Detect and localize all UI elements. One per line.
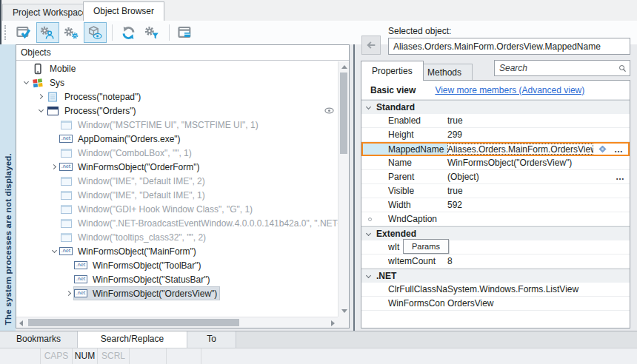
property-row-width[interactable]: Width 592 [361, 198, 630, 212]
chevron-placeholder [49, 218, 59, 229]
advanced-view-link[interactable]: View more members (Advanced view) [435, 85, 584, 95]
tree-item-orderform[interactable]: .net WinFormsObject("OrderForm") [16, 160, 338, 174]
tree-item-process-orders[interactable]: Process("Orders") [16, 104, 338, 118]
property-row-parent[interactable]: Parent (Object) … [361, 170, 630, 184]
show-object-button[interactable] [84, 22, 107, 43]
tree-horizontal-scrollbar[interactable] [16, 317, 338, 328]
property-row-witem[interactable]: wIt Params [361, 240, 630, 255]
tree-item-window-tooltips[interactable]: Window("tooltips_class32", "", 2) [16, 230, 338, 244]
tree-item-toolbar[interactable]: .net WinFormsObject("ToolBar") [16, 258, 338, 272]
scrollbar-corner [338, 317, 349, 328]
watch-eye-icon[interactable] [324, 106, 335, 118]
property-grid: Basic view View more members (Advanced v… [361, 80, 630, 328]
status-cell-empty [167, 348, 201, 364]
property-row-height[interactable]: Height 299 [361, 128, 630, 142]
tree-item-window-broadcast[interactable]: Window(".NET-BroadcastEventWindow.4.0.0.… [16, 216, 338, 230]
window-icon [59, 146, 73, 159]
basic-view-label: Basic view [370, 85, 416, 95]
system-processes-note-strip: The system processes are not displayed. [0, 44, 16, 331]
params-button[interactable]: Params [403, 239, 449, 254]
chevron-placeholder [49, 148, 59, 158]
windows-logo-icon [31, 76, 44, 89]
ellipsis-button[interactable]: … [616, 173, 625, 181]
tree-item-appdomain-orders[interactable]: .net AppDomain("Orders.exe") [16, 132, 338, 146]
property-row-mappedname[interactable]: MappedName Aliases.Orders.MainForm.Order… [361, 142, 630, 156]
property-row-winformscontrolname[interactable]: WinFormsCon OrdersView [361, 297, 630, 311]
chevron-placeholder [49, 176, 59, 186]
section-collapse-icon[interactable] [366, 272, 371, 277]
window-icon [59, 217, 73, 229]
tree-item-sys[interactable]: Sys [16, 75, 338, 90]
chevron-down-icon[interactable] [49, 246, 59, 257]
tab-bookmarks[interactable]: Bookmarks [0, 331, 78, 348]
section-collapse-icon[interactable] [366, 230, 371, 235]
tree-item-ordersview[interactable]: .net WinFormsObject("OrdersView") [16, 286, 338, 300]
tree-item-mainform[interactable]: .net WinFormsObject("MainForm") [16, 244, 338, 258]
search-input[interactable] [495, 63, 618, 73]
tree-item-window-ime2[interactable]: Window("IME", "Default IME", 2) [16, 174, 338, 188]
selected-object-label: Selected object: [388, 26, 451, 36]
horizontal-scroll-thumb[interactable] [28, 319, 239, 326]
chevron-right-icon[interactable] [49, 162, 59, 172]
section-dotnet[interactable]: .NET [361, 269, 630, 283]
checked-window-button[interactable] [13, 22, 36, 43]
object-inspector-panel: Selected object: Properties Methods Basi… [358, 22, 637, 331]
toolbar-drag-handle[interactable] [4, 25, 8, 40]
tab-search-replace-results[interactable]: Search/Replace Results [78, 331, 187, 348]
property-row-name[interactable]: Name WinFormsObject("OrdersView") [361, 156, 630, 170]
gears-icon [64, 26, 79, 40]
tree-vertical-scrollbar[interactable] [338, 61, 349, 317]
property-row-enabled[interactable]: Enabled true [361, 114, 630, 128]
main-tab-bar: Project Workspace Object Browser [1, 0, 637, 21]
panel-layout-button[interactable] [174, 22, 197, 43]
tree-item-window-msctfime[interactable]: Window("MSCTFIME UI", "MSCTFIME UI", 1) [16, 118, 338, 132]
chevron-placeholder [49, 134, 59, 144]
filter-settings-button[interactable] [141, 22, 164, 43]
chevron-down-icon[interactable] [36, 106, 46, 116]
member-search-box [494, 60, 630, 76]
scroll-up-arrow-icon[interactable] [341, 65, 347, 69]
object-spy-button[interactable] [36, 22, 59, 43]
tab-to-do[interactable]: To Do [187, 331, 236, 348]
tab-object-browser[interactable]: Object Browser [83, 1, 164, 21]
chevron-placeholder [49, 232, 59, 243]
mobile-device-icon [31, 62, 44, 75]
tree-item-window-gdihook[interactable]: Window("GDI+ Hook Window Class", "G", 1) [16, 202, 338, 216]
chevron-down-icon[interactable] [21, 78, 31, 88]
process-window-icon [46, 104, 59, 117]
status-cell-empty [130, 348, 167, 364]
section-standard[interactable]: Standard [361, 100, 630, 114]
tree-item-mobile[interactable]: Mobile [16, 61, 338, 75]
vertical-scroll-thumb[interactable] [340, 73, 347, 154]
highlight-target-icon[interactable] [598, 144, 607, 154]
search-icon[interactable] [618, 63, 627, 74]
tab-properties[interactable]: Properties [361, 61, 424, 81]
section-extended[interactable]: Extended [361, 226, 630, 240]
tree-item-process-notepad[interactable]: Process("notepad") [16, 90, 338, 104]
chevron-right-icon[interactable] [36, 92, 46, 102]
tree-item-window-ime1[interactable]: Window("IME", "Default IME", 1) [16, 188, 338, 202]
ellipsis-button[interactable]: … [614, 146, 624, 153]
panel-splitter[interactable] [353, 44, 355, 331]
property-row-visible[interactable]: Visible true [361, 184, 630, 198]
chevron-right-icon[interactable] [64, 289, 74, 299]
tree-item-statusbar[interactable]: .net WinFormsObject("StatusBar") [16, 272, 338, 286]
dotnet-icon: .net [59, 132, 73, 145]
chevron-placeholder [49, 204, 59, 215]
tree-item-window-combolbox[interactable]: Window("ComboLBox", "", 1) [16, 146, 338, 160]
refresh-icon [121, 26, 136, 40]
selected-object-field[interactable] [388, 38, 630, 55]
status-scrl-indicator: SCRL [98, 348, 130, 364]
scroll-left-arrow-icon[interactable] [19, 320, 23, 326]
scroll-down-arrow-icon[interactable] [341, 309, 347, 313]
dotnet-icon: .net [59, 245, 73, 257]
tab-methods[interactable]: Methods [416, 64, 473, 81]
property-row-clrfullclassname[interactable]: ClrFullClassNa System.Windows.Forms.List… [361, 283, 630, 297]
refresh-button[interactable] [117, 22, 140, 43]
scroll-right-arrow-icon[interactable] [331, 320, 335, 326]
settings-gears-button[interactable] [60, 22, 83, 43]
section-collapse-icon[interactable] [366, 104, 371, 109]
property-row-witemcount[interactable]: wItemCount 8 [361, 255, 630, 269]
back-button[interactable] [361, 36, 381, 55]
property-row-wndcaption[interactable]: WndCaption [361, 212, 630, 226]
